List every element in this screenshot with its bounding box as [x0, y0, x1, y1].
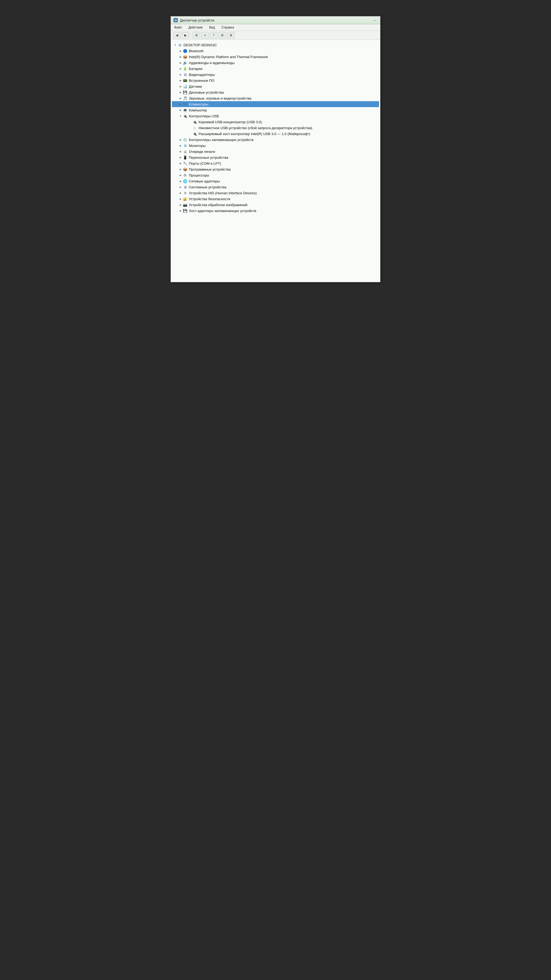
tree-firmware[interactable]: 📟 Встроенное ПО — [172, 78, 379, 83]
menu-view[interactable]: Вид — [208, 25, 216, 30]
bluetooth-label: Bluetooth — [189, 49, 204, 53]
battery-expand[interactable] — [178, 67, 183, 71]
forward-button[interactable]: ▶ — [182, 32, 189, 38]
tree-hid[interactable]: 🖱 Устройства HID (Human Interface Device… — [172, 190, 379, 196]
video-label: Видеоадаптеры — [189, 73, 215, 77]
computer-view-button[interactable]: 🖥 — [193, 32, 200, 38]
tree-processors[interactable]: ⚙ Процессоры — [172, 172, 379, 178]
ports-label: Порты (COM и LPT) — [189, 161, 221, 165]
storage-label: Контроллеры запоминающих устройств — [189, 138, 253, 142]
host-icon: 💾 — [183, 208, 187, 213]
tree-root[interactable]: 🖥 DESKTOP-5E5NS3C — [172, 42, 379, 48]
hid-icon: 🖱 — [183, 191, 187, 196]
firmware-expand[interactable] — [178, 78, 183, 83]
system-icon: 🖥 — [183, 185, 187, 189]
network-icon: 🌐 — [183, 179, 187, 183]
tree-computer[interactable]: 💻 Компьютер — [172, 107, 379, 113]
list-view-button[interactable]: ≡ — [201, 32, 209, 38]
grid-button[interactable]: ⊞ — [219, 32, 226, 38]
tree-sensors[interactable]: 📊 Датчики — [172, 83, 379, 89]
tree-sound[interactable]: 🎵 Звуковые, игровые и видеоустройства — [172, 95, 379, 101]
system-expand[interactable] — [178, 185, 183, 189]
sensor-icon: 📊 — [183, 84, 187, 89]
ports-expand[interactable] — [178, 161, 183, 165]
tree-battery[interactable]: 🔋 Батареи — [172, 66, 379, 72]
portable-expand[interactable] — [178, 155, 183, 159]
computer-icon: 🖥 — [177, 43, 182, 47]
sensors-expand[interactable] — [178, 84, 183, 89]
thermal-expand[interactable] — [178, 55, 183, 59]
keyboard-expand[interactable] — [178, 102, 183, 106]
tree-portable[interactable]: 📱 Переносные устройства — [172, 154, 379, 161]
monitor-button[interactable]: 🖥 — [227, 32, 235, 38]
host-label: Хост-адаптеры запоминающих устройств — [189, 209, 256, 213]
firmware-label: Встроенное ПО — [189, 79, 214, 83]
hid-expand[interactable] — [178, 191, 183, 195]
video-expand[interactable] — [178, 72, 183, 77]
tree-host[interactable]: 💾 Хост-адаптеры запоминающих устройств — [172, 208, 379, 214]
tree-keyboard[interactable]: ⌨ Клавиатуры — [172, 101, 379, 107]
usb-expand[interactable] — [178, 114, 183, 118]
tree-network[interactable]: 🌐 Сетевые адаптеры — [172, 178, 379, 184]
sound-label: Звуковые, игровые и видеоустройства — [189, 96, 251, 100]
audio-expand[interactable] — [178, 60, 183, 65]
system-label: Системные устройства — [189, 185, 226, 189]
tree-usb-root[interactable]: 🔌 Корневой USB-концентратор (USB 3.0) — [172, 119, 379, 125]
computer-expand[interactable] — [178, 108, 183, 112]
tree-security[interactable]: 🔐 Устройства безопасности — [172, 196, 379, 202]
portable-label: Переносные устройства — [189, 156, 228, 159]
network-expand[interactable] — [178, 179, 183, 183]
toolbar: ◀ ▶ 🖥 ≡ ? ⊞ 🖥 — [171, 31, 380, 40]
sound-icon: 🎵 — [183, 96, 187, 101]
software-expand[interactable] — [178, 167, 183, 172]
device-tree: 🖥 DESKTOP-5E5NS3C 🔵 Bluetooth 📦 Intel(R)… — [171, 40, 380, 282]
bluetooth-expand[interactable] — [178, 49, 183, 53]
menu-help[interactable]: Справка — [220, 25, 235, 30]
disk-expand[interactable] — [178, 90, 183, 94]
tree-ports[interactable]: 🔧 Порты (COM и LPT) — [172, 161, 379, 166]
usb-root-label: Корневой USB-концентратор (USB 3.0) — [198, 120, 262, 124]
tree-video[interactable]: 🖥 Видеоадаптеры — [172, 72, 379, 78]
menu-bar: Файл Действие Вид Справка — [171, 24, 380, 31]
host-expand[interactable] — [178, 208, 183, 213]
portable-icon: 📱 — [183, 155, 187, 160]
monitors-expand[interactable] — [178, 143, 183, 148]
title-bar: 🖥 Диспетчер устройств — — [171, 16, 380, 24]
minimize-button[interactable]: — — [372, 19, 378, 22]
window-title: Диспетчер устройств — [180, 18, 214, 22]
sensors-label: Датчики — [189, 84, 202, 89]
tree-imaging[interactable]: 📷 Устройства обработки изображений — [172, 202, 379, 208]
tree-usb-unknown[interactable]: ⚠ Неизвестное USB-устройство (сбой запро… — [172, 125, 379, 131]
menu-file[interactable]: Файл — [173, 25, 183, 30]
tree-thermal[interactable]: 📦 Intel(R) Dynamic Platform and Thermal … — [172, 54, 379, 60]
back-button[interactable]: ◀ — [173, 32, 181, 38]
security-icon: 🔐 — [183, 196, 187, 201]
port-icon: 🔧 — [183, 161, 187, 166]
disk-icon: 💾 — [183, 90, 187, 95]
program-icon: 📦 — [183, 167, 187, 172]
usb-icon: 🔌 — [183, 113, 187, 118]
network-label: Сетевые адаптеры — [189, 179, 220, 183]
print-expand[interactable] — [178, 150, 183, 154]
tree-system[interactable]: 🖥 Системные устройства — [172, 184, 379, 190]
tree-print[interactable]: 🖨 Очереди печати — [172, 148, 379, 154]
tree-software[interactable]: 📦 Программные устройства — [172, 166, 379, 172]
tree-bluetooth[interactable]: 🔵 Bluetooth — [172, 48, 379, 54]
root-expand[interactable] — [173, 43, 177, 47]
tree-storage[interactable]: 💿 Контроллеры запоминающих устройств — [172, 137, 379, 143]
security-expand[interactable] — [178, 197, 183, 201]
tree-usb-ext[interactable]: 🔌 Расширяемый хост-контроллер Intel(R) U… — [172, 131, 379, 137]
processors-expand[interactable] — [178, 173, 183, 177]
tree-monitors[interactable]: 🖥 Мониторы — [172, 143, 379, 148]
tree-usb[interactable]: 🔌 Контроллеры USB — [172, 113, 379, 119]
audio-icon: 🔊 — [183, 60, 187, 65]
tree-audio[interactable]: 🔊 Аудиовходы и аудиовыходы — [172, 60, 379, 66]
device-manager-window: 🖥 Диспетчер устройств — Файл Действие Ви… — [171, 16, 380, 282]
menu-action[interactable]: Действие — [187, 25, 204, 30]
imaging-expand[interactable] — [178, 203, 183, 207]
storage-expand[interactable] — [178, 137, 183, 142]
sound-expand[interactable] — [178, 96, 183, 100]
tree-disk[interactable]: 💾 Дисковые устройства — [172, 89, 379, 95]
computer-node-icon: 💻 — [183, 108, 187, 113]
help-button[interactable]: ? — [210, 32, 218, 38]
